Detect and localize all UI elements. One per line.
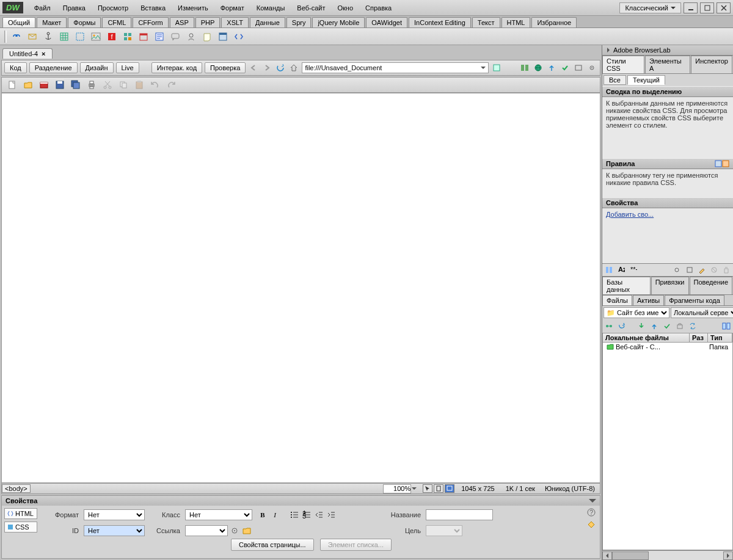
title-field[interactable] bbox=[426, 509, 493, 520]
div-icon[interactable] bbox=[73, 30, 87, 43]
ol-button[interactable]: 123 bbox=[301, 509, 312, 520]
select-tool-icon[interactable] bbox=[423, 484, 432, 493]
panel-menu-icon[interactable] bbox=[589, 497, 596, 504]
file-management-icon[interactable] bbox=[519, 62, 530, 73]
split-view-button[interactable]: Разделение bbox=[29, 62, 78, 73]
help-icon[interactable]: ? bbox=[587, 508, 596, 517]
tab-xslt[interactable]: XSLT bbox=[221, 17, 249, 27]
tab-php[interactable]: PHP bbox=[195, 17, 221, 27]
refresh-files-icon[interactable] bbox=[616, 321, 627, 332]
tab-cfform[interactable]: CFForm bbox=[133, 17, 168, 27]
tab-ap-elements[interactable]: Элементы A bbox=[645, 56, 690, 73]
cut-icon[interactable] bbox=[101, 78, 114, 92]
scroll-left-icon[interactable] bbox=[602, 551, 612, 560]
bold-button[interactable]: B bbox=[257, 509, 268, 520]
date-icon[interactable] bbox=[137, 30, 150, 43]
validation-icon[interactable] bbox=[560, 62, 571, 73]
view-select[interactable]: Локальный серве bbox=[671, 307, 733, 318]
list-view-icon[interactable]: Aᴢ bbox=[616, 265, 627, 275]
hyperlink-icon[interactable] bbox=[10, 30, 23, 43]
tab-bindings[interactable]: Привязки bbox=[651, 277, 689, 294]
tab-incontext[interactable]: InContext Editing bbox=[409, 17, 471, 27]
status-encoding[interactable]: Юникод (UTF-8) bbox=[540, 485, 600, 492]
link-select[interactable] bbox=[185, 525, 228, 536]
design-canvas[interactable] bbox=[1, 93, 600, 483]
menu-modify[interactable]: Изменить bbox=[172, 2, 214, 14]
back-icon[interactable] bbox=[248, 62, 259, 73]
comment-icon[interactable] bbox=[169, 30, 182, 43]
design-view-button[interactable]: Дизайн bbox=[80, 62, 114, 73]
tag-chooser-icon[interactable] bbox=[232, 30, 246, 43]
chevron-down-icon[interactable] bbox=[411, 485, 417, 492]
point-to-file-icon[interactable] bbox=[229, 525, 240, 536]
menu-insert[interactable]: Вставка bbox=[134, 2, 172, 14]
address-bar[interactable]: file:///Unsaved_Document bbox=[302, 62, 489, 73]
tab-files[interactable]: Файлы bbox=[602, 295, 632, 305]
print-icon[interactable] bbox=[85, 78, 98, 92]
ssi-icon[interactable] bbox=[153, 30, 166, 43]
category-view-icon[interactable] bbox=[604, 265, 614, 275]
delete-rule-icon[interactable] bbox=[721, 265, 732, 275]
tab-data[interactable]: Данные bbox=[250, 17, 285, 27]
template-icon[interactable] bbox=[216, 30, 230, 43]
edit-rule-icon[interactable] bbox=[696, 265, 707, 275]
live-code-button[interactable]: Интерак. код bbox=[151, 62, 202, 73]
media-icon[interactable]: f bbox=[105, 30, 119, 43]
page-properties-button[interactable]: Свойства страницы... bbox=[231, 539, 314, 551]
visual-aids-icon[interactable] bbox=[586, 62, 597, 73]
site-select[interactable]: 📁 Сайт без име bbox=[604, 307, 669, 318]
tab-snippets[interactable]: Фрагменты кода bbox=[665, 295, 724, 305]
ul-button[interactable] bbox=[289, 509, 300, 520]
scroll-right-icon[interactable] bbox=[723, 551, 733, 560]
tab-behaviors[interactable]: Поведение bbox=[690, 277, 733, 294]
rules-icon[interactable] bbox=[722, 160, 729, 167]
save-icon[interactable] bbox=[53, 78, 67, 92]
tab-inspector[interactable]: Инспектор bbox=[691, 56, 732, 73]
format-select[interactable]: Нет bbox=[84, 509, 145, 520]
quick-tag-icon[interactable] bbox=[587, 520, 596, 529]
disable-rule-icon[interactable] bbox=[709, 265, 720, 275]
checkin-icon[interactable] bbox=[674, 321, 685, 332]
add-property-link[interactable]: Добавить сво... bbox=[606, 211, 654, 218]
image-icon[interactable] bbox=[89, 30, 103, 43]
live-options-icon[interactable] bbox=[491, 62, 502, 73]
set-props-icon[interactable]: **+ bbox=[628, 265, 639, 275]
script-icon[interactable] bbox=[200, 30, 214, 43]
browse-icon[interactable] bbox=[37, 78, 51, 92]
file-row[interactable]: Веб-сайт - С... Папка bbox=[603, 343, 732, 351]
tab-forms[interactable]: Формы bbox=[68, 17, 101, 27]
col-size[interactable]: Раз bbox=[690, 333, 708, 342]
scroll-thumb[interactable] bbox=[612, 551, 649, 560]
anchor-icon[interactable] bbox=[42, 30, 55, 43]
undo-icon[interactable] bbox=[148, 78, 162, 92]
italic-button[interactable]: I bbox=[269, 509, 280, 520]
indent-button[interactable] bbox=[326, 509, 337, 520]
tab-text[interactable]: Текст bbox=[472, 17, 500, 27]
refresh-icon[interactable] bbox=[275, 62, 286, 73]
css-current-button[interactable]: Текущий bbox=[627, 75, 665, 85]
head-icon[interactable] bbox=[184, 30, 198, 43]
menu-file[interactable]: Файл bbox=[28, 2, 57, 14]
browser-compat-icon[interactable] bbox=[573, 62, 584, 73]
class-select[interactable]: Нет bbox=[185, 509, 252, 520]
workspace-switcher[interactable]: Классический bbox=[619, 2, 681, 13]
live-view-button[interactable]: Live bbox=[116, 62, 139, 73]
cascade-icon[interactable] bbox=[715, 160, 722, 167]
tab-layout[interactable]: Макет bbox=[37, 17, 67, 27]
preview-browser-icon[interactable] bbox=[533, 62, 544, 73]
new-rule-icon[interactable] bbox=[684, 265, 695, 275]
col-type[interactable]: Тип bbox=[708, 333, 732, 342]
tab-html[interactable]: HTML bbox=[501, 17, 531, 27]
hand-tool-icon[interactable] bbox=[434, 484, 443, 493]
menu-edit[interactable]: Правка bbox=[57, 2, 92, 14]
paste-icon[interactable] bbox=[133, 78, 146, 92]
outdent-button[interactable] bbox=[313, 509, 324, 520]
zoom-field[interactable] bbox=[383, 484, 411, 493]
tab-cfml[interactable]: CFML bbox=[102, 17, 131, 27]
get-icon[interactable] bbox=[636, 321, 647, 332]
upload-icon[interactable] bbox=[546, 62, 557, 73]
tab-spry[interactable]: Spry bbox=[286, 17, 312, 27]
open-icon[interactable] bbox=[21, 78, 35, 92]
expand-icon[interactable] bbox=[721, 321, 732, 332]
tab-asp[interactable]: ASP bbox=[170, 17, 194, 27]
